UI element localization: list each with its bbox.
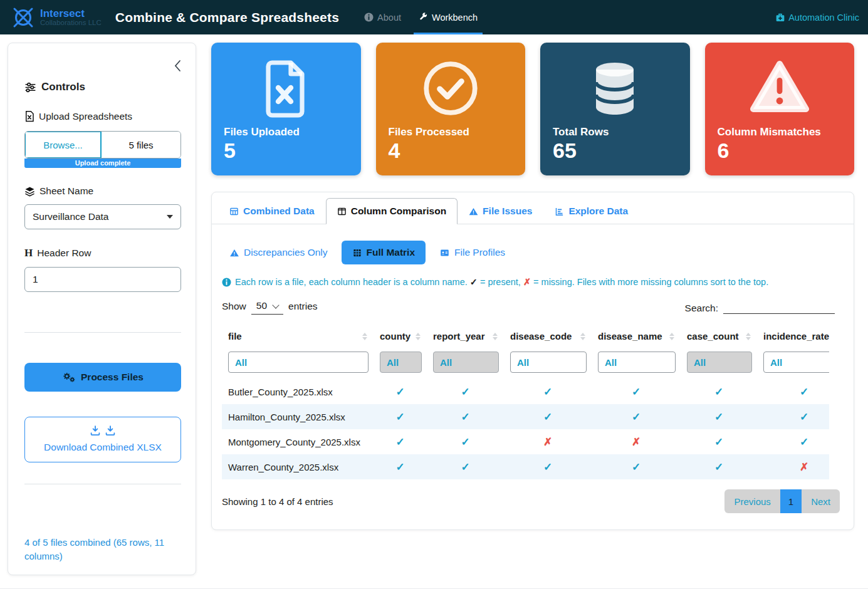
sliders-icon: [24, 81, 36, 93]
sidebar-collapse-button[interactable]: [173, 60, 182, 75]
tab-explore-data[interactable]: Explore Data: [543, 198, 639, 224]
entries-summary: Showing 1 to 4 of 4 entries: [222, 496, 333, 507]
intersect-logo-icon: [10, 4, 36, 31]
present-check-cell: ✓: [504, 454, 592, 479]
column-header-label: incidence_rate: [763, 331, 829, 341]
file-name-cell: Hamilton_County_2025.xlsx: [222, 404, 374, 429]
sort-icon[interactable]: [580, 333, 587, 340]
browse-button[interactable]: Browse...: [25, 132, 102, 158]
warning-icon: [469, 207, 478, 216]
column-header-label: disease_name: [598, 331, 662, 341]
matrix-help-note: Each row is a file, each column header i…: [222, 277, 844, 287]
main-tabbar: Combined Data Column Comparison File Iss…: [212, 192, 854, 224]
column-filter-incidence_rate[interactable]: All: [763, 352, 829, 373]
table-row: Warren_County_2025.xlsx✓✓✓✓✓✗: [222, 454, 829, 479]
stat-value: 4: [389, 138, 513, 163]
info-circle-icon: [222, 278, 231, 287]
column-filter-file[interactable]: All: [228, 352, 369, 373]
gears-icon: [62, 372, 76, 383]
columns-icon: [337, 207, 347, 216]
column-filter-disease_code[interactable]: All: [510, 352, 587, 373]
present-check-cell: ✓: [681, 404, 757, 429]
automation-clinic-link[interactable]: Automation Clinic: [775, 13, 859, 23]
header-row-label: H Header Row: [24, 247, 187, 259]
download-combined-button[interactable]: Download Combined XLSX: [24, 417, 181, 462]
column-filter-disease_name[interactable]: All: [598, 352, 676, 373]
present-check-cell: ✓: [427, 429, 504, 454]
stat-value: 5: [224, 138, 348, 163]
missing-glyph: ✗: [523, 277, 531, 287]
present-check-cell: ✓: [374, 454, 427, 479]
download-icon: [90, 425, 101, 436]
search-label: Search:: [685, 303, 718, 314]
subtab-file-profiles[interactable]: File Profiles: [432, 241, 513, 264]
chart-icon: [555, 207, 564, 216]
column-header-case_count[interactable]: case_count: [681, 325, 757, 349]
comparison-subtabs: Discrepancies Only Full Matrix File Prof…: [222, 241, 844, 264]
column-header-county[interactable]: county: [374, 325, 427, 349]
search-input[interactable]: [723, 299, 835, 314]
automation-clinic-label: Automation Clinic: [788, 13, 859, 23]
top-navbar: Intersect Collaborations LLC Combine & C…: [0, 0, 868, 34]
present-check-cell: ✓: [757, 429, 829, 454]
sort-icon[interactable]: [362, 333, 369, 340]
tab-combined-data[interactable]: Combined Data: [218, 198, 326, 224]
column-header-report_year[interactable]: report_year: [427, 325, 504, 349]
present-check-cell: ✓: [757, 404, 829, 429]
nav-item-about[interactable]: About: [355, 0, 410, 34]
column-header-disease_name[interactable]: disease_name: [592, 325, 681, 349]
present-check-cell: ✓: [504, 379, 592, 404]
sheet-name-select[interactable]: Surveillance Data: [24, 204, 181, 229]
column-filter-county[interactable]: All: [380, 352, 422, 373]
subtab-full-matrix[interactable]: Full Matrix: [342, 241, 426, 264]
layers-icon: [24, 186, 35, 197]
column-header-file[interactable]: file: [222, 325, 374, 349]
column-filter-report_year[interactable]: All: [433, 352, 499, 373]
present-check-cell: ✓: [427, 404, 504, 429]
briefcase-medical-icon: [775, 13, 785, 23]
sidebar-divider: [24, 332, 181, 333]
tab-file-issues[interactable]: File Issues: [458, 198, 543, 224]
table-filter-row: AllAllAllAllAllAllAll: [222, 349, 829, 379]
app-title: Combine & Compare Spreadsheets: [115, 10, 339, 25]
tab-column-comparison[interactable]: Column Comparison: [326, 198, 458, 224]
present-glyph: ✓: [470, 277, 478, 287]
missing-x-cell: ✗: [504, 429, 592, 454]
sort-icon[interactable]: [493, 333, 499, 340]
file-count-label: 5 files: [102, 132, 180, 158]
column-header-label: disease_code: [510, 331, 572, 341]
header-row-input[interactable]: [24, 267, 181, 292]
subtab-discrepancies-only[interactable]: Discrepancies Only: [222, 241, 335, 264]
brand-subtitle: Collaborations LLC: [40, 19, 102, 26]
stat-label: Files Processed: [389, 126, 513, 138]
sort-icon[interactable]: [416, 333, 422, 340]
present-check-cell: ✓: [374, 379, 427, 404]
heading-icon: H: [24, 247, 33, 259]
sort-icon[interactable]: [746, 333, 752, 340]
sort-icon[interactable]: [669, 333, 676, 340]
column-header-incidence_rate[interactable]: incidence_rate: [757, 325, 829, 349]
column-filter-case_count[interactable]: All: [687, 352, 752, 373]
stat-value: 65: [553, 138, 677, 163]
file-upload-input[interactable]: Browse... 5 files: [24, 131, 181, 159]
present-check-cell: ✓: [681, 454, 757, 479]
previous-page-button[interactable]: Previous: [724, 489, 780, 513]
missing-x-cell: ✗: [757, 454, 829, 479]
page-length-select[interactable]: 50: [251, 298, 283, 315]
column-header-label: case_count: [687, 331, 739, 341]
nav-item-workbench[interactable]: Workbench: [410, 0, 486, 34]
check-circle-icon: [420, 58, 481, 119]
controls-heading: Controls: [24, 81, 187, 93]
stat-label: Files Uploaded: [224, 126, 348, 138]
datatable-controls: Show 50 entries Search:: [222, 298, 844, 315]
process-files-button[interactable]: Process Files: [24, 363, 181, 392]
file-excel-icon: [256, 58, 316, 120]
present-check-cell: ✓: [427, 379, 504, 404]
page-1-button[interactable]: 1: [780, 489, 802, 513]
file-name-cell: Butler_County_2025.xlsx: [222, 379, 374, 404]
present-check-cell: ✓: [592, 404, 681, 429]
file-name-cell: Montgomery_County_2025.xlsx: [222, 429, 374, 454]
column-header-disease_code[interactable]: disease_code: [504, 325, 592, 349]
present-check-cell: ✓: [504, 404, 592, 429]
next-page-button[interactable]: Next: [802, 489, 840, 513]
